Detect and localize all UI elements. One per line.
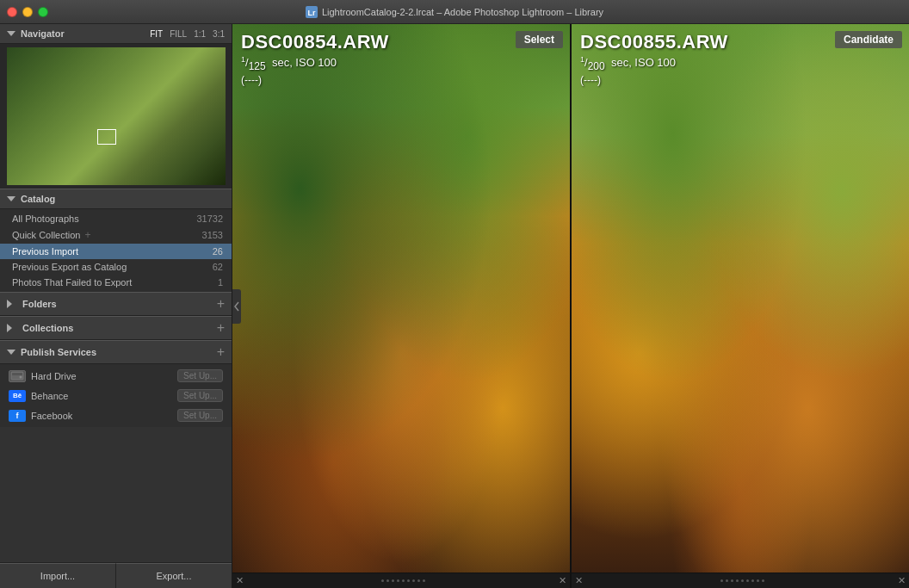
photo-left-iso: ISO 100 [295,56,337,69]
film-dot [762,579,764,582]
nav-3to1-button[interactable]: 3:1 [213,29,225,39]
publish-services-list: Hard Drive Set Up... Bē Behance Set Up..… [0,364,232,427]
photo-right-badge: Candidate [835,31,902,48]
catalog-item-all-photos-count: 31732 [196,214,223,224]
film-dot [386,579,389,582]
filmstrip-right-close[interactable]: ✕ [575,575,583,586]
photo-right-exposure: 1/200 sec, ISO 100 [580,55,900,72]
photo-right-shutter-num: 1 [580,55,584,64]
catalog-list: All Photographs 31732 Quick Collection +… [0,209,232,292]
left-panel-toggle[interactable] [232,289,241,324]
filmstrip-panel-right: ✕ ✕ [572,573,909,588]
preview-image-container[interactable] [7,47,226,185]
publish-item-behance[interactable]: Bē Behance Set Up... [0,386,232,405]
hard-drive-setup-button[interactable]: Set Up... [177,369,223,382]
close-button[interactable] [7,7,17,17]
publish-item-hard-drive[interactable]: Hard Drive Set Up... [0,366,232,386]
filmstrip-left-dots [247,579,559,582]
folders-add-button[interactable]: + [217,297,225,311]
catalog-item-previous-export[interactable]: Previous Export as Catalog 62 [0,259,232,275]
folders-header[interactable]: Folders + [0,292,232,316]
navigator-title: Navigator [21,28,150,39]
collections-collapse-icon [7,324,12,332]
catalog-item-failed-export-count: 1 [197,277,223,288]
photo-right-iso: ISO 100 [634,56,676,69]
filmstrip-panel-left: ✕ ✕ [232,573,572,588]
behance-setup-button[interactable]: Set Up... [177,389,223,402]
app-icon: Lr [306,6,318,18]
film-dot [423,579,425,582]
collections-title: Collections [22,323,217,333]
maximize-button[interactable] [38,7,48,17]
preview-image [7,47,226,185]
collections-header[interactable]: Collections + [0,316,232,340]
catalog-item-all-photos-label: All Photographs [12,214,196,224]
publish-services-header[interactable]: Publish Services + [0,340,232,364]
photo-right-shutter-den: 200 [588,60,605,72]
facebook-setup-button[interactable]: Set Up... [177,409,223,422]
photo-right-image [572,24,909,573]
publish-item-behance-label: Behance [31,391,172,401]
publish-item-facebook[interactable]: f Facebook Set Up... [0,405,232,425]
film-dot [757,579,759,582]
preview-zoom-box [97,129,116,145]
catalog-item-quick-collection-count: 3153 [197,230,223,240]
catalog-item-quick-collection-label: Quick Collection + [12,229,197,241]
photo-left-exposure: 1/125 sec, ISO 100 [241,55,561,72]
catalog-collapse-icon [7,196,15,201]
navigator-collapse-icon [7,31,15,36]
nav-fit-button[interactable]: FIT [150,29,163,39]
folders-collapse-icon [7,300,12,308]
nav-fill-button[interactable]: FILL [170,29,187,39]
photo-left-shutter-num: 1 [241,55,245,64]
title-bar: Lr LightroomCatalog-2-2.lrcat – Adobe Ph… [0,0,909,24]
filmstrip-left-close[interactable]: ✕ [236,575,244,586]
catalog-item-all-photos[interactable]: All Photographs 31732 [0,211,232,226]
sidebar: Navigator FIT FILL 1:1 3:1 Catalog All P… [0,24,232,588]
collections-add-button[interactable]: + [217,321,225,335]
photo-left-shutter-den: 125 [249,60,266,72]
film-dot [397,579,399,582]
navigator-header[interactable]: Navigator FIT FILL 1:1 3:1 [0,24,232,44]
photo-panel-right[interactable]: DSC00855.ARW 1/200 sec, ISO 100 (----) C… [572,24,909,573]
import-button[interactable]: Import... [0,563,116,588]
film-dot [746,579,749,582]
catalog-header[interactable]: Catalog [0,189,232,209]
catalog-item-quick-collection[interactable]: Quick Collection + 3153 [0,226,232,244]
quick-collection-add-icon: + [85,229,91,241]
minimize-button[interactable] [22,7,33,17]
svg-rect-3 [12,373,22,375]
publish-item-facebook-label: Facebook [31,411,172,421]
nav-1to1-button[interactable]: 1:1 [194,29,206,39]
content-area: DSC00854.ARW 1/125 sec, ISO 100 (----) S… [232,24,909,588]
film-dot [726,579,728,582]
svg-text:Lr: Lr [307,9,315,17]
navigator-view-options: FIT FILL 1:1 3:1 [150,29,225,39]
catalog-title: Catalog [21,194,225,204]
catalog-item-previous-import-label: Previous Import [12,246,197,257]
navigator-preview [0,44,232,189]
catalog-item-previous-import[interactable]: Previous Import 26 [0,244,232,259]
catalog-item-previous-import-count: 26 [197,246,223,257]
main-layout: Navigator FIT FILL 1:1 3:1 Catalog All P… [0,24,909,588]
facebook-icon: f [9,410,26,422]
export-button[interactable]: Export... [116,563,232,588]
photo-left-badge: Select [516,31,563,48]
catalog-item-failed-export[interactable]: Photos That Failed to Export 1 [0,275,232,290]
filmstrip-right-dots [586,579,898,582]
window-title: Lr LightroomCatalog-2-2.lrcat – Adobe Ph… [306,6,603,18]
photo-left-filename: DSC00854.ARW [241,31,561,53]
hard-drive-icon [9,370,26,382]
publish-services-add-button[interactable]: + [217,345,225,359]
photo-panel-left[interactable]: DSC00854.ARW 1/125 sec, ISO 100 (----) S… [232,24,572,573]
filmstrip: ✕ ✕ ✕ [232,573,909,588]
film-dot [392,579,394,582]
film-dot [731,579,733,582]
title-text: LightroomCatalog-2-2.lrcat – Adobe Photo… [322,7,603,17]
filmstrip-right-end-close[interactable]: ✕ [898,575,906,586]
publish-services-collapse-icon [7,350,15,355]
filmstrip-left-end-close[interactable]: ✕ [559,575,566,586]
window-controls[interactable] [7,7,48,17]
sidebar-bottom: Import... Export... [0,562,232,588]
photos-comparison-area: DSC00854.ARW 1/125 sec, ISO 100 (----) S… [232,24,909,573]
